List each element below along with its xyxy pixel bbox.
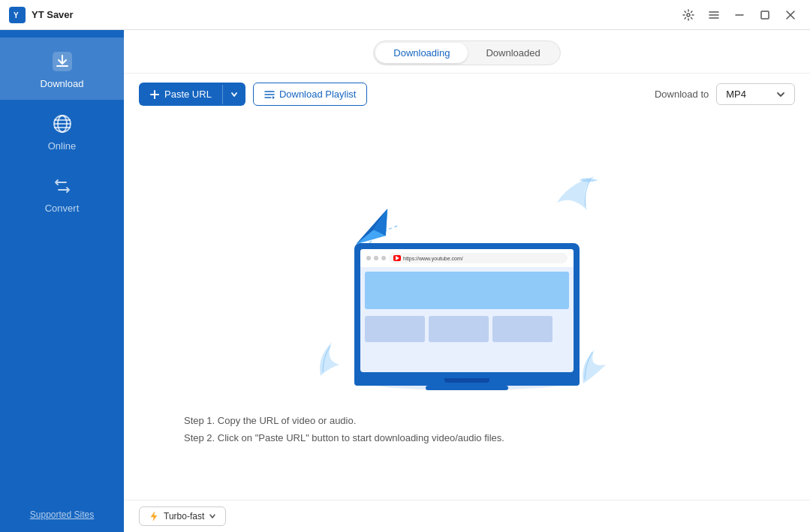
app-title: YT Saver bbox=[32, 9, 678, 20]
tab-downloading[interactable]: Downloading bbox=[375, 43, 468, 63]
laptop-illustration: https://www.youtube.com/ bbox=[354, 243, 580, 390]
settings-button[interactable] bbox=[678, 5, 699, 26]
tab-downloaded[interactable]: Downloaded bbox=[468, 43, 558, 63]
bottom-bar: Turbo-fast bbox=[124, 500, 810, 532]
step2-text: Step 2. Click on "Paste URL" button to s… bbox=[184, 430, 750, 446]
content-thumb-1 bbox=[365, 316, 425, 342]
sidebar-online-label: Online bbox=[48, 140, 77, 152]
laptop-shadow bbox=[369, 377, 565, 390]
lightning-icon bbox=[149, 511, 159, 521]
paste-url-dropdown[interactable] bbox=[222, 85, 245, 104]
online-icon bbox=[49, 110, 76, 137]
content-row-1 bbox=[365, 316, 569, 342]
step1-text: Step 1. Copy the URL of video or audio. bbox=[184, 413, 750, 429]
svg-text:Y: Y bbox=[14, 11, 19, 20]
format-value: MP4 bbox=[726, 89, 746, 100]
browser-bar: https://www.youtube.com/ bbox=[360, 249, 574, 267]
paste-url-button[interactable]: Paste URL bbox=[139, 83, 245, 106]
download-playlist-button[interactable]: Download Playlist bbox=[253, 83, 368, 106]
svg-rect-7 bbox=[761, 11, 769, 19]
content-thumb-3 bbox=[492, 316, 553, 342]
turbo-chevron-icon bbox=[209, 512, 216, 520]
svg-marker-26 bbox=[151, 512, 157, 521]
sidebar-convert-label: Convert bbox=[45, 203, 80, 214]
plus-icon bbox=[149, 89, 160, 100]
sidebar: Download Online Convert bbox=[0, 30, 124, 532]
decoration-leaf-top bbox=[542, 173, 602, 228]
playlist-icon bbox=[264, 89, 275, 100]
content-thumb-2 bbox=[429, 316, 489, 342]
content-hero bbox=[365, 272, 569, 309]
maximize-button[interactable] bbox=[754, 5, 775, 26]
svg-point-2 bbox=[687, 14, 690, 17]
chevron-down-icon bbox=[230, 91, 238, 98]
supported-sites-link[interactable]: Supported Sites bbox=[30, 509, 94, 532]
tab-bar: Downloading Downloaded bbox=[124, 30, 810, 74]
minimize-button[interactable] bbox=[729, 5, 750, 26]
tab-group: Downloading Downloaded bbox=[373, 41, 560, 65]
menu-button[interactable] bbox=[703, 5, 724, 26]
content-area: Downloading Downloaded Paste URL bbox=[124, 30, 810, 532]
download-to-label: Download to bbox=[655, 89, 709, 100]
illustration-area: https://www.youtube.com/ bbox=[124, 115, 810, 500]
titlebar: Y YT Saver bbox=[0, 0, 810, 30]
convert-icon bbox=[49, 173, 76, 200]
browser-content bbox=[360, 267, 574, 347]
decoration-leaf-bottom-left bbox=[309, 327, 354, 383]
paste-url-label: Paste URL bbox=[164, 89, 212, 100]
download-icon bbox=[49, 48, 76, 75]
decoration-leaf-bottom-right bbox=[568, 331, 617, 390]
format-select[interactable]: MP4 bbox=[716, 83, 795, 105]
sidebar-item-download[interactable]: Download bbox=[0, 38, 124, 100]
window-controls bbox=[678, 5, 801, 26]
laptop-screen-inner: https://www.youtube.com/ bbox=[360, 249, 574, 372]
browser-url: https://www.youtube.com/ bbox=[389, 253, 568, 263]
sidebar-download-label: Download bbox=[41, 78, 84, 89]
toolbar: Paste URL Download Playlist Dow bbox=[124, 74, 810, 115]
sidebar-item-online[interactable]: Online bbox=[0, 100, 124, 162]
app-body: Download Online Convert bbox=[0, 30, 810, 532]
turbo-label: Turbo-fast bbox=[164, 511, 204, 521]
svg-marker-22 bbox=[273, 96, 275, 99]
steps: Step 1. Copy the URL of video or audio. … bbox=[139, 405, 795, 456]
download-playlist-label: Download Playlist bbox=[279, 89, 357, 100]
turbo-fast-button[interactable]: Turbo-fast bbox=[139, 506, 226, 526]
app-logo: Y bbox=[9, 7, 26, 23]
sidebar-item-convert[interactable]: Convert bbox=[0, 162, 124, 224]
url-text: https://www.youtube.com/ bbox=[403, 256, 463, 261]
close-button[interactable] bbox=[780, 5, 801, 26]
format-chevron-icon bbox=[776, 90, 785, 99]
illustration: https://www.youtube.com/ bbox=[309, 165, 625, 405]
laptop-screen: https://www.youtube.com/ bbox=[354, 243, 580, 378]
youtube-tiny-icon bbox=[393, 255, 401, 261]
